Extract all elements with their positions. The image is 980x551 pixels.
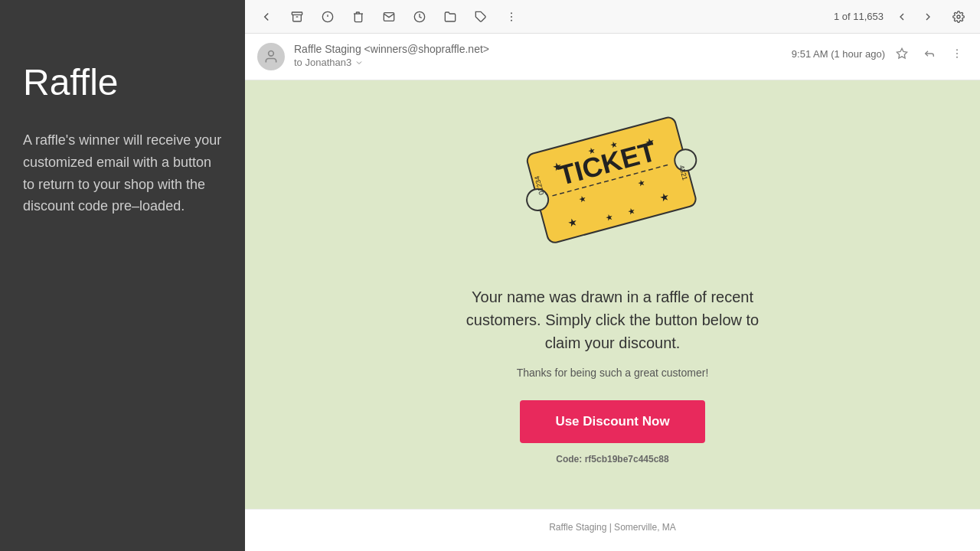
email-footer: Raffle Staging | Somerville, MA	[245, 509, 980, 545]
sender-name: Raffle Staging <winners@shopraffle.net>	[294, 43, 782, 55]
svg-point-10	[957, 15, 960, 18]
reply-button[interactable]	[919, 43, 940, 64]
sender-avatar	[257, 43, 285, 70]
email-meta: Raffle Staging <winners@shopraffle.net> …	[294, 43, 782, 68]
sidebar: Raffle A raffle's winner will receive yo…	[0, 0, 245, 551]
svg-marker-12	[897, 48, 906, 58]
discount-code: Code: rf5cb19be7c445c88	[556, 454, 668, 465]
email-counter: 1 of 11,653	[834, 11, 884, 22]
code-value: rf5cb19be7c445c88	[585, 454, 669, 465]
settings-button[interactable]	[946, 5, 971, 29]
ticket-image: TICKET ★ ★ ★ ★ ★ ★ ★ ★ ★ ★ 01234	[521, 103, 704, 267]
more-options-button[interactable]	[946, 43, 968, 64]
svg-point-7	[511, 12, 512, 14]
svg-point-11	[269, 51, 274, 57]
email-time: 9:51 AM (1 hour ago)	[792, 48, 885, 60]
email-sub-text: Thanks for being such a great customer!	[517, 367, 709, 379]
main-content: 1 of 11,653 Raffle Staging <winners@shop…	[245, 0, 980, 551]
label-button[interactable]	[469, 5, 493, 29]
email-body: TICKET ★ ★ ★ ★ ★ ★ ★ ★ ★ ★ 01234	[245, 80, 980, 551]
svg-point-14	[956, 53, 958, 54]
use-discount-button[interactable]: Use Discount Now	[520, 400, 704, 443]
footer-text: Raffle Staging | Somerville, MA	[549, 522, 676, 533]
archive-button[interactable]	[285, 5, 309, 29]
sidebar-title: Raffle	[23, 61, 222, 103]
email-to[interactable]: to Jonathan3	[294, 57, 782, 68]
star-button[interactable]	[891, 43, 913, 64]
svg-point-13	[956, 49, 958, 51]
sidebar-description: A raffle's winner will receive your cust…	[23, 129, 222, 217]
delete-button[interactable]	[346, 5, 371, 29]
prev-email-button[interactable]	[890, 5, 914, 29]
svg-point-9	[511, 19, 512, 21]
svg-point-8	[511, 16, 512, 18]
back-button[interactable]	[254, 5, 279, 29]
toolbar-nav	[890, 5, 940, 29]
toolbar: 1 of 11,653	[245, 0, 980, 34]
svg-rect-0	[292, 12, 302, 15]
next-email-button[interactable]	[916, 5, 940, 29]
more-button[interactable]	[499, 5, 524, 29]
mark-unread-button[interactable]	[377, 5, 401, 29]
svg-point-15	[956, 57, 958, 58]
email-content: TICKET ★ ★ ★ ★ ★ ★ ★ ★ ★ ★ 01234	[245, 80, 980, 509]
report-button[interactable]	[315, 5, 340, 29]
code-label: Code:	[556, 454, 582, 465]
email-header: Raffle Staging <winners@shopraffle.net> …	[245, 34, 980, 80]
email-actions: 9:51 AM (1 hour ago)	[792, 43, 968, 64]
move-button[interactable]	[438, 5, 462, 29]
snooze-button[interactable]	[407, 5, 432, 29]
email-main-text: Your name was drawn in a raffle of recen…	[452, 285, 773, 354]
